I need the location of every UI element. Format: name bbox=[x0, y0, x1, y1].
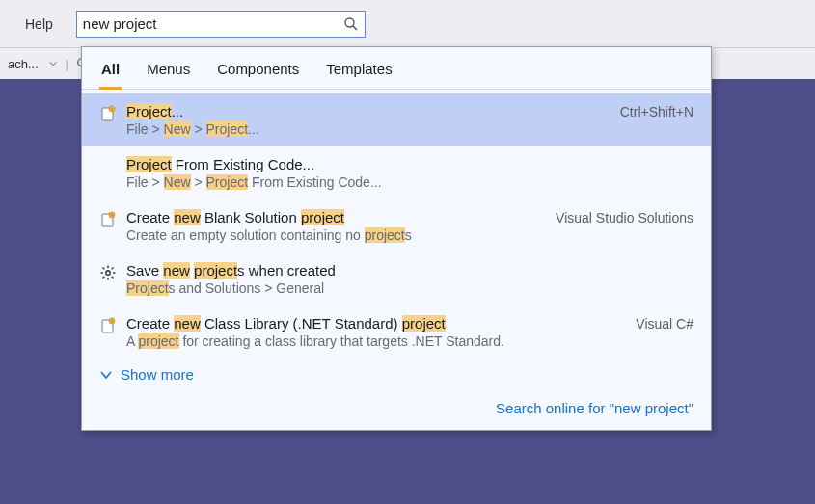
toolbar-divider: | bbox=[65, 57, 68, 71]
result-item[interactable]: Project...File > New > Project...Ctrl+Sh… bbox=[82, 93, 711, 146]
result-subtitle: Create an empty solution containing no p… bbox=[126, 227, 544, 243]
result-title: Project... bbox=[126, 103, 609, 119]
result-subtitle: Projects and Solutions > General bbox=[126, 280, 693, 296]
result-title: Save new projects when created bbox=[126, 262, 693, 279]
result-title: Project From Existing Code... bbox=[126, 156, 693, 172]
result-subtitle: A project for creating a class library t… bbox=[126, 333, 624, 349]
svg-line-20 bbox=[112, 268, 114, 270]
gear-icon bbox=[99, 264, 117, 281]
result-subtitle: File > New > Project... bbox=[126, 121, 609, 137]
result-shortcut: Visual C# bbox=[636, 316, 693, 332]
svg-line-17 bbox=[103, 268, 105, 270]
project-file-icon bbox=[99, 211, 117, 228]
result-item[interactable]: Project From Existing Code...File > New … bbox=[82, 146, 711, 199]
chevron-down-icon bbox=[99, 368, 113, 382]
result-shortcut: Visual Studio Solutions bbox=[556, 210, 693, 225]
show-more-link[interactable]: Show more bbox=[82, 358, 711, 394]
svg-line-1 bbox=[353, 26, 357, 30]
svg-line-18 bbox=[112, 277, 114, 279]
result-list: Project...File > New > Project...Ctrl+Sh… bbox=[82, 90, 711, 358]
search-results-dropdown: AllMenusComponentsTemplates Project...Fi… bbox=[81, 46, 712, 431]
svg-line-19 bbox=[103, 277, 105, 279]
search-online-link[interactable]: Search online for "new project" bbox=[82, 394, 711, 430]
result-item[interactable]: Create new Blank Solution projectCreate … bbox=[82, 199, 711, 252]
result-shortcut: Ctrl+Shift+N bbox=[620, 104, 693, 119]
tab-templates[interactable]: Templates bbox=[324, 57, 394, 89]
svg-point-0 bbox=[345, 18, 354, 27]
tab-menus[interactable]: Menus bbox=[145, 57, 192, 89]
result-subtitle: File > New > Project From Existing Code.… bbox=[126, 174, 693, 190]
tab-all[interactable]: All bbox=[99, 57, 122, 90]
project-file-icon bbox=[99, 105, 117, 122]
result-tabs: AllMenusComponentsTemplates bbox=[82, 47, 711, 90]
quick-launch-search[interactable] bbox=[76, 11, 366, 38]
svg-point-12 bbox=[106, 271, 110, 275]
top-menu-bar: Help bbox=[0, 0, 815, 48]
tab-components[interactable]: Components bbox=[215, 57, 301, 89]
result-item[interactable]: Save new projects when createdProjects a… bbox=[82, 252, 711, 305]
search-input[interactable] bbox=[83, 15, 343, 32]
toolbar-item-truncated[interactable]: ach... bbox=[8, 57, 57, 71]
project-file-icon bbox=[99, 317, 117, 334]
help-menu[interactable]: Help bbox=[12, 11, 67, 38]
chevron-down-icon bbox=[49, 60, 57, 67]
result-item[interactable]: Create new Class Library (.NET Standard)… bbox=[82, 305, 711, 358]
result-title: Create new Blank Solution project bbox=[126, 209, 544, 225]
search-icon[interactable] bbox=[343, 16, 359, 32]
result-title: Create new Class Library (.NET Standard)… bbox=[126, 315, 624, 332]
